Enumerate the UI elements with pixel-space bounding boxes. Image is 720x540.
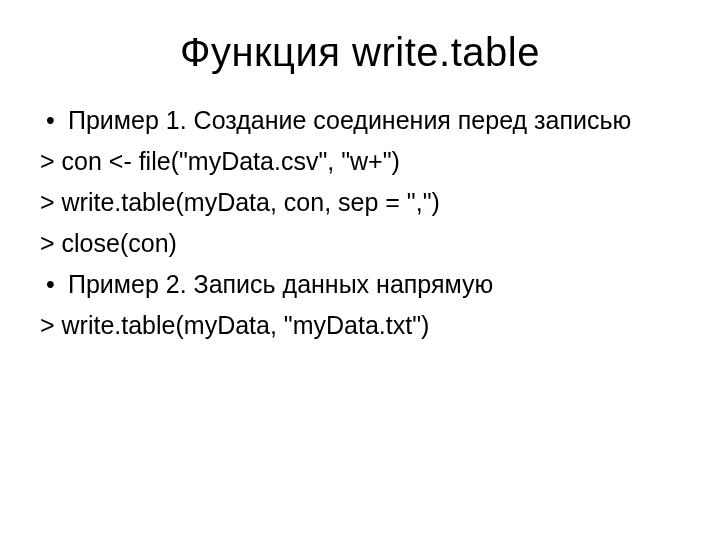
slide: Функция write.table Пример 1. Создание с… bbox=[0, 0, 720, 540]
code-line-1: > con <- file("myData.csv", "w+") bbox=[40, 144, 680, 179]
code-line-4: > write.table(myData, "myData.txt") bbox=[40, 308, 680, 343]
slide-title: Функция write.table bbox=[40, 30, 680, 75]
bullet-example-1: Пример 1. Создание соединения перед запи… bbox=[40, 103, 680, 138]
slide-body: Пример 1. Создание соединения перед запи… bbox=[40, 103, 680, 343]
code-line-3: > close(con) bbox=[40, 226, 680, 261]
bullet-example-2: Пример 2. Запись данных напрямую bbox=[40, 267, 680, 302]
code-line-2: > write.table(myData, con, sep = ",") bbox=[40, 185, 680, 220]
